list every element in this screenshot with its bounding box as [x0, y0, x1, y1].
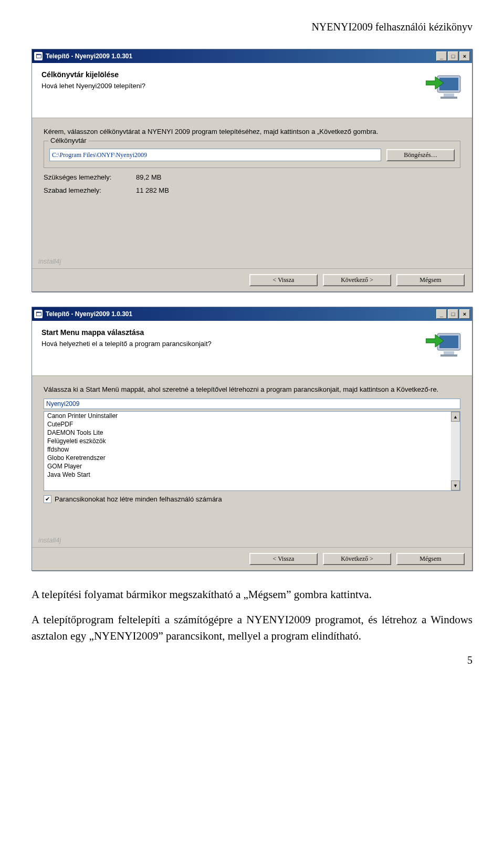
- maximize-button[interactable]: □: [448, 51, 458, 61]
- titlebar: 🗔 Telepítő - Nyenyi2009 1.0.301 _ □ ×: [32, 307, 472, 321]
- back-button[interactable]: < Vissza: [249, 553, 318, 565]
- install4j-watermark: install4j: [38, 257, 61, 265]
- instruction-text: Válassza ki a Start Menü mappát, ahol sz…: [44, 385, 460, 393]
- minimize-button[interactable]: _: [436, 309, 447, 319]
- list-item[interactable]: Globo Keretrendszer: [44, 454, 460, 462]
- svg-rect-2: [444, 93, 454, 97]
- app-icon: 🗔: [34, 310, 43, 318]
- free-space-value: 11 282 MB: [136, 186, 169, 194]
- free-space-label: Szabad lemezhely:: [44, 186, 133, 194]
- next-button[interactable]: Következő >: [323, 274, 391, 286]
- window-title: Telepítő - Nyenyi2009 1.0.301: [46, 310, 436, 318]
- list-item[interactable]: GOM Player: [44, 462, 460, 470]
- svg-rect-3: [440, 97, 457, 99]
- instruction-text: Kérem, válasszon célkönyvtárat a NYENYI …: [44, 128, 460, 135]
- list-item[interactable]: Canon Printer Uninstaller: [44, 412, 460, 420]
- browse-button[interactable]: Böngészés…: [386, 149, 455, 161]
- cancel-button[interactable]: Mégsem: [396, 274, 465, 286]
- required-space-value: 89,2 MB: [136, 173, 161, 181]
- app-icon: 🗔: [34, 52, 43, 60]
- scroll-up-icon[interactable]: ▲: [451, 412, 460, 422]
- titlebar: 🗔 Telepítő - Nyenyi2009 1.0.301 _ □ ×: [32, 49, 472, 63]
- groupbox-legend: Célkönyvtár: [48, 137, 89, 144]
- maximize-button[interactable]: □: [448, 309, 458, 319]
- installer-window-destination: 🗔 Telepítő - Nyenyi2009 1.0.301 _ □ × Cé…: [32, 49, 472, 292]
- close-button[interactable]: ×: [459, 51, 470, 61]
- list-item[interactable]: CutePDF: [44, 420, 460, 428]
- doc-header: NYENYI2009 felhasználói kézikönyv: [32, 21, 472, 33]
- next-button[interactable]: Következő >: [323, 553, 391, 565]
- svg-rect-8: [440, 354, 457, 357]
- cancel-button[interactable]: Mégsem: [396, 553, 465, 565]
- scroll-down-icon[interactable]: ▼: [451, 480, 460, 490]
- panel-title: Start Menu mappa választása: [41, 328, 463, 337]
- page-number: 5: [32, 654, 472, 666]
- installer-window-startmenu: 🗔 Telepítő - Nyenyi2009 1.0.301 _ □ × St…: [32, 307, 472, 571]
- list-item[interactable]: Java Web Start: [44, 470, 460, 479]
- list-scrollbar[interactable]: ▲ ▼: [451, 412, 460, 490]
- monitor-arrow-icon: [426, 326, 464, 364]
- destination-groupbox: Célkönyvtár Böngészés…: [44, 141, 460, 168]
- install4j-watermark: install4j: [38, 536, 61, 544]
- allusers-checkbox[interactable]: ✔: [44, 495, 51, 503]
- monitor-arrow-icon: [426, 68, 464, 106]
- back-button[interactable]: < Vissza: [249, 274, 318, 286]
- panel-title: Célkönyvtár kijelölése: [41, 70, 463, 79]
- required-space-label: Szükséges lemezhely:: [44, 173, 133, 181]
- list-item[interactable]: Felügyeleti eszközök: [44, 437, 460, 445]
- body-paragraph-2: A telepítőprogram feltelepíti a számítóg…: [32, 612, 472, 644]
- startmenu-folder-input[interactable]: Nyenyi2009: [44, 399, 460, 409]
- body-paragraph-1: A telepítési folyamat bármikor megszakít…: [32, 587, 472, 602]
- svg-rect-7: [444, 351, 454, 354]
- list-item[interactable]: ffdshow: [44, 445, 460, 454]
- minimize-button[interactable]: _: [436, 51, 447, 61]
- list-item[interactable]: DAEMON Tools Lite: [44, 428, 460, 437]
- close-button[interactable]: ×: [459, 309, 470, 319]
- panel-subtitle: Hová helyezheti el a telepítő a program …: [41, 340, 463, 348]
- startmenu-folder-list[interactable]: Canon Printer Uninstaller CutePDF DAEMON…: [44, 411, 460, 491]
- allusers-checkbox-label: Parancsikonokat hoz létre minden felhasz…: [55, 495, 222, 503]
- panel-subtitle: Hová lehet Nyenyi2009 telepíteni?: [41, 82, 463, 90]
- destination-path-input[interactable]: [49, 149, 381, 161]
- window-title: Telepítő - Nyenyi2009 1.0.301: [46, 53, 436, 60]
